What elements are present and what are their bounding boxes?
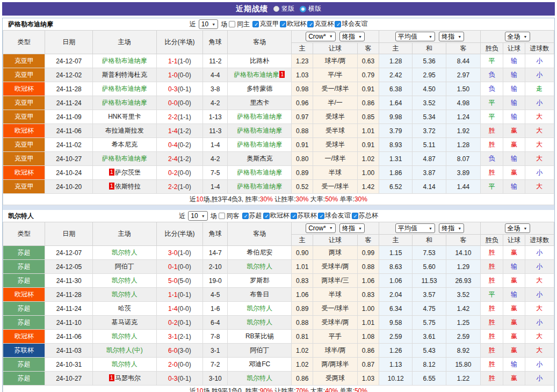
away-team-name[interactable]: 罗斯郡 (250, 277, 269, 284)
home-team-name[interactable]: 萨格勒布迪纳摩 (102, 155, 147, 162)
home-team-name[interactable]: 基马诺克 (112, 318, 138, 326)
away-team-name[interactable]: 萨格勒布迪纳摩 (237, 127, 282, 134)
avg-final-select[interactable]: 终指▼ (439, 32, 464, 41)
home-team-name[interactable]: 凯尔特人 (112, 277, 138, 284)
layout-radio-horizontal[interactable]: 横版 (300, 4, 321, 13)
away-team-name[interactable]: 阿伯丁 (250, 346, 269, 354)
match-count-select[interactable]: 10 ▼ (199, 19, 218, 29)
average-select[interactable]: 平均值▼ (395, 223, 435, 233)
handicap-odds-away: 0.85 (357, 110, 379, 124)
away-team-name[interactable]: 希伯尼安 (247, 249, 272, 256)
checkbox-checked-icon[interactable] (242, 213, 249, 219)
away-team-name[interactable]: 凯尔特人 (247, 374, 272, 382)
handicap-odds-away: 0.83 (357, 288, 379, 302)
home-team-name[interactable]: 哈茨 (118, 304, 131, 312)
away-team-name[interactable]: 凯尔特人 (247, 318, 272, 326)
filter-row: 凯尔特人 近 10 ▼ 场 同客 苏超欧冠杯苏联杯球会友谊苏总杯 (3, 210, 554, 222)
away-team-name[interactable]: 奥斯杰克 (247, 155, 272, 162)
goals-result-flag: 小 (525, 316, 554, 330)
final-odds-select[interactable]: 终指▼ (339, 223, 365, 233)
match-count-select[interactable]: 10 ▼ (188, 211, 207, 221)
fulltime-score: 1-4 (168, 305, 177, 313)
home-team-name[interactable]: 阿伯丁 (115, 263, 134, 270)
home-team-name[interactable]: 萨格勒布迪纳摩 (102, 85, 147, 92)
away-team-name[interactable]: 里杰卡 (250, 99, 269, 106)
competition-filter[interactable]: 克亚甲 (252, 19, 279, 28)
competition-filter[interactable]: 苏总杯 (352, 211, 378, 220)
away-team-name[interactable]: 多特蒙德 (247, 85, 272, 92)
checkbox-checked-icon[interactable] (263, 213, 270, 219)
home-team-name[interactable]: 凯尔特人(中) (106, 346, 143, 354)
away-team-name[interactable]: 凯尔特人 (247, 263, 272, 270)
bookmaker-select[interactable]: Crow*▼ (306, 223, 336, 233)
away-team-name[interactable]: 萨格勒布迪纳摩 (234, 71, 279, 78)
handicap-odds-away: 1.03 (357, 372, 379, 386)
scope-select[interactable]: 全场▼ (505, 32, 530, 41)
home-team-name[interactable]: 马瑟韦尔 (115, 374, 141, 382)
scope-select[interactable]: 全场▼ (505, 223, 530, 233)
competition-filter[interactable]: 球会友谊 (335, 19, 367, 28)
checkbox-checked-icon[interactable] (252, 21, 259, 27)
bookmaker-select-value: Crow* (308, 33, 326, 40)
checkbox-checked-icon[interactable] (291, 213, 297, 219)
final-odds-select[interactable]: 终指▼ (339, 32, 365, 41)
home-team-name[interactable]: 萨格勒布迪纳摩 (102, 99, 147, 106)
away-team-name[interactable]: 萨格勒布迪纳摩 (237, 183, 282, 190)
away-team-name[interactable]: 萨格勒布迪纳摩 (237, 113, 282, 120)
checkbox-checked-icon[interactable] (280, 21, 286, 27)
home-team-name[interactable]: 凯尔特人 (112, 360, 138, 368)
same-venue-checkbox[interactable] (219, 213, 225, 219)
avg-final-select[interactable]: 终指▼ (439, 223, 464, 233)
competition-filter[interactable]: 苏联杯 (291, 211, 317, 220)
home-team-name[interactable]: 萨尔茨堡 (115, 169, 141, 176)
avg-odds-home: 6.52 (379, 180, 413, 194)
home-team-name[interactable]: 凯尔特人 (112, 291, 138, 298)
away-team-name[interactable]: 布鲁日 (250, 291, 269, 298)
handicap-odds-home: 1.23 (292, 54, 313, 68)
competition-filter[interactable]: 欧冠杯 (280, 19, 306, 28)
competition-badge: 克亚甲 (3, 54, 45, 68)
col-odds-home: 主 (292, 235, 313, 246)
home-team-name[interactable]: 萨格勒布迪纳摩 (102, 57, 147, 64)
checkbox-checked-icon[interactable] (318, 213, 324, 219)
match-rows: 克亚甲24-12-07萨格勒布迪纳摩1-1(1-0)11-2比路朴1.23球半/… (3, 54, 554, 194)
competition-badge: 苏超 (3, 372, 45, 386)
home-team-name[interactable]: 斯普利特海杜克 (102, 71, 147, 78)
goals-result-flag: 小 (525, 54, 554, 68)
radio-icon[interactable] (273, 6, 279, 12)
home-team-name[interactable]: 布拉迪斯拉发 (105, 127, 144, 134)
radio-icon[interactable] (300, 6, 306, 12)
home-team-name[interactable]: 希本尼克 (112, 141, 138, 148)
home-team-name[interactable]: 凯尔特人 (112, 249, 138, 256)
handicap-odds-away: 0.86 (357, 96, 379, 110)
handicap-odds-away: 1.01 (357, 124, 379, 138)
away-team-name[interactable]: 邓迪FC (249, 360, 270, 368)
competition-filter[interactable]: 苏超 (242, 211, 262, 220)
home-team-name[interactable]: 凯尔特人 (112, 332, 138, 340)
result-flag: 胜 (481, 260, 503, 274)
away-team-name[interactable]: 萨格勒布迪纳摩 (237, 169, 282, 176)
avg-odds-away: 1.42 (446, 302, 480, 316)
average-select[interactable]: 平均值▼ (395, 32, 435, 41)
competition-filter[interactable]: 欧冠杯 (263, 211, 290, 220)
away-team-name[interactable]: RB莱比锡 (245, 332, 274, 340)
checkbox-checked-icon[interactable] (307, 21, 314, 27)
home-team-name[interactable]: 依斯特拉 (115, 183, 141, 190)
corner-count: 11-3 (203, 124, 228, 138)
checkbox-checked-icon[interactable] (352, 213, 358, 219)
bookmaker-select[interactable]: Crow*▼ (306, 32, 336, 41)
layout-radio-vertical[interactable]: 竖版 (273, 4, 294, 13)
checkbox-checked-icon[interactable] (335, 21, 341, 27)
home-team-name[interactable]: HNK哥里卡 (108, 113, 141, 120)
away-team-name[interactable]: 凯尔特人 (247, 304, 272, 312)
away-team-name[interactable]: 比路朴 (250, 57, 269, 64)
competition-filter[interactable]: 克亚杯 (307, 19, 334, 28)
summary-segment: 近 (190, 387, 196, 392)
away-team-name[interactable]: 萨格勒布迪纳摩 (237, 141, 282, 148)
same-venue-label: 同客 (227, 212, 240, 221)
halftime-score: (0-0) (177, 169, 191, 177)
competition-filter[interactable]: 球会友谊 (318, 211, 351, 220)
fulltime-score: 0-2 (168, 169, 177, 177)
same-venue-checkbox[interactable] (229, 21, 235, 27)
halftime-score: (0-1) (177, 291, 191, 299)
